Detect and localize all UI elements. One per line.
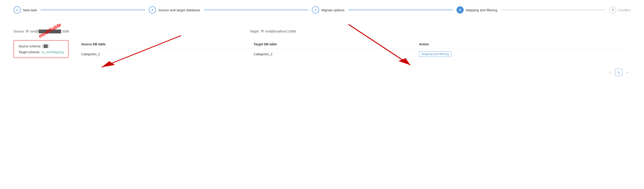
step-number-mapping: 4: [459, 8, 461, 12]
checkmark-icon-3: ✓: [314, 8, 317, 12]
step-circle-source-target: ✓: [149, 6, 156, 14]
pagination: < 1 >: [14, 69, 630, 76]
table-row: Categories_2 Categories_2 Mapping and fi…: [78, 48, 630, 60]
source-db-icon: ⛃: [26, 29, 29, 34]
connector-4: [501, 10, 606, 10]
schema-box: Source schema ██ Target schema: sy_testM…: [14, 40, 68, 58]
cell-action: Mapping and filtering: [416, 48, 630, 60]
checkmark-icon: ✓: [16, 8, 19, 12]
step-label-source-target: Source and target database: [158, 8, 200, 12]
step-confirm: 5 Confirm: [609, 6, 630, 14]
step-label-confirm: Confirm: [618, 8, 630, 12]
col-target-db: Target DB table: [250, 40, 416, 48]
target-info: Target: ⛃ root@localhost:13306: [250, 29, 296, 34]
prev-page-button[interactable]: <: [607, 69, 613, 76]
step-label-migrate-options: Migrate options: [321, 8, 344, 12]
page-wrapper: ✓ New task ✓ Source and target database …: [0, 0, 644, 189]
connector-3: [348, 10, 453, 10]
data-table: Source DB table Target DB table Action C…: [78, 40, 630, 60]
source-schema-value: ██: [42, 44, 50, 48]
checkmark-icon-2: ✓: [151, 8, 154, 12]
target-value: root@localhost:13306: [265, 30, 296, 33]
target-schema-row: Target schema: sy_testMapping: [18, 50, 64, 54]
step-circle-new-task: ✓: [14, 6, 21, 14]
main-content: Source: ⛃ root@██████████ 3306 Target: ⛃…: [0, 20, 644, 85]
source-schema-row: Source schema ██: [18, 44, 64, 48]
step-mapping-filtering: 4 Mapping and filtering: [456, 6, 497, 14]
step-circle-mapping-filtering: 4: [456, 6, 464, 14]
step-new-task: ✓ New task: [14, 6, 37, 14]
step-label-new-task: New task: [23, 8, 37, 12]
cell-source-table: Categories_2: [78, 48, 250, 60]
source-target-row: Source: ⛃ root@██████████ 3306 Target: ⛃…: [14, 29, 630, 34]
target-schema-value: sy_testMapping: [42, 50, 64, 54]
schema-and-table: Source schema ██ Target schema: sy_testM…: [14, 40, 630, 60]
step-circle-migrate-options: ✓: [312, 6, 319, 14]
content-area: modifiable Source schema ██ Target schem…: [14, 40, 630, 60]
step-source-target: ✓ Source and target database: [149, 6, 200, 14]
mapping-filtering-link[interactable]: Mapping and filtering: [419, 51, 451, 57]
data-table-wrapper: Source DB table Target DB table Action C…: [78, 40, 630, 60]
annotation-arrows: [14, 22, 630, 135]
step-number-confirm: 5: [612, 8, 614, 12]
target-db-icon: ⛃: [261, 29, 264, 34]
connector-1: [40, 10, 145, 10]
cell-target-table: Categories_2: [250, 48, 416, 60]
step-label-mapping-filtering: Mapping and filtering: [466, 8, 497, 12]
target-schema-label: Target schema:: [18, 50, 40, 54]
source-label: Source:: [14, 30, 24, 33]
next-page-button[interactable]: >: [624, 69, 630, 76]
table-header-row: Source DB table Target DB table Action: [78, 40, 630, 48]
connector-2: [204, 10, 308, 10]
page-1-button[interactable]: 1: [615, 69, 622, 76]
target-label: Target:: [250, 30, 260, 33]
source-schema-label: Source schema: [18, 44, 40, 48]
col-source-db: Source DB table: [78, 40, 250, 48]
stepper: ✓ New task ✓ Source and target database …: [0, 0, 644, 20]
step-circle-confirm: 5: [609, 6, 616, 14]
step-migrate-options: ✓ Migrate options: [312, 6, 344, 14]
col-action: Action: [416, 40, 630, 48]
